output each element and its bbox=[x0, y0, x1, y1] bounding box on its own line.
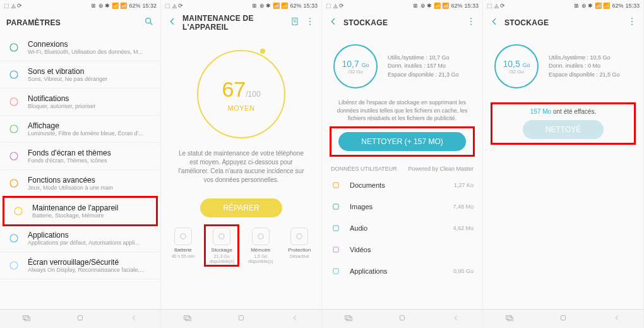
page-title: STOCKAGE bbox=[343, 18, 466, 27]
storage-gauge: 10,5 Go /32 Go bbox=[494, 44, 539, 88]
settings-item-icon bbox=[8, 95, 20, 108]
settings-item-icon bbox=[8, 150, 20, 162]
settings-item[interactable]: ConnexionsWi-Fi, Bluetooth, Utilisation … bbox=[0, 34, 160, 61]
settings-item[interactable]: Fonctions avancéesJeux, Mode Utilisation… bbox=[0, 170, 160, 197]
settings-item[interactable]: AffichageLuminosité, Filtre de lumière b… bbox=[0, 116, 160, 143]
settings-item-icon bbox=[8, 232, 20, 245]
clean-button[interactable]: NETTOYER (+ 157 MO) bbox=[338, 132, 465, 151]
storage-stats: Utilis./système : 10,7 GoDonn. inutiles … bbox=[388, 54, 459, 80]
user-data-item[interactable]: Audio 4,62 Mo bbox=[322, 217, 482, 239]
search-icon[interactable] bbox=[144, 16, 154, 29]
maintenance-tab[interactable]: Stockage 21,3 Go disponible(s) bbox=[204, 224, 239, 267]
recents-button[interactable] bbox=[505, 313, 514, 325]
svg-rect-37 bbox=[400, 315, 404, 320]
cleaned-message: 157 Mo ont été effacés. bbox=[499, 108, 628, 115]
storage-description: Libérez de l'espace de stockage en suppr… bbox=[322, 99, 482, 123]
svg-rect-30 bbox=[333, 183, 338, 188]
tab-icon bbox=[213, 228, 230, 245]
maintenance-description: Le statut de maintenance de votre téléph… bbox=[161, 142, 321, 192]
more-icon[interactable] bbox=[466, 16, 476, 29]
settings-item-icon bbox=[8, 123, 20, 135]
tab-label: Stockage bbox=[212, 247, 232, 253]
back-icon[interactable] bbox=[328, 16, 338, 29]
svg-point-19 bbox=[309, 24, 311, 25]
svg-point-3 bbox=[10, 71, 18, 78]
back-button[interactable] bbox=[129, 313, 138, 325]
status-right: 🗎 ⊕ ✱ 📶 📶 62% 15:32 bbox=[91, 3, 157, 9]
recents-button[interactable] bbox=[22, 313, 31, 325]
svg-point-27 bbox=[470, 18, 472, 19]
data-item-icon bbox=[331, 223, 341, 233]
back-icon[interactable] bbox=[489, 16, 499, 29]
settings-item-icon bbox=[8, 68, 20, 81]
more-icon[interactable] bbox=[627, 16, 637, 29]
svg-rect-34 bbox=[333, 269, 338, 274]
home-button[interactable] bbox=[237, 313, 246, 325]
svg-rect-13 bbox=[78, 315, 82, 320]
svg-point-4 bbox=[10, 98, 18, 106]
cleaned-button: NETTOYÉ bbox=[523, 120, 604, 139]
data-item-name: Vidéos bbox=[350, 246, 465, 253]
svg-rect-41 bbox=[506, 315, 511, 319]
settings-item[interactable]: Fonds d'écran et thèmesFonds d'écran, Th… bbox=[0, 143, 160, 170]
page-title: MAINTENANCE DE L'APPAREIL bbox=[182, 14, 290, 32]
user-data-item[interactable]: Applications 0,95 Go bbox=[322, 260, 482, 282]
more-icon[interactable] bbox=[305, 16, 315, 29]
back-button[interactable] bbox=[290, 313, 299, 325]
home-button[interactable] bbox=[76, 313, 85, 325]
recents-button[interactable] bbox=[344, 313, 353, 325]
user-data-item[interactable]: Images 7,48 Mo bbox=[322, 196, 482, 217]
score-status: MOYEN bbox=[228, 104, 255, 112]
storage-screen-before: ⬚ ◬ ⟳ 🗎 ⊕ ✱ 📶 📶 62% 15:33 STOCKAGE 10,7 … bbox=[322, 0, 483, 328]
recents-button[interactable] bbox=[183, 313, 192, 325]
back-button[interactable] bbox=[451, 313, 460, 325]
data-item-size: 4,62 Mo bbox=[453, 225, 474, 231]
maintenance-tab[interactable]: Batterie 40 h 55 min bbox=[165, 228, 201, 264]
settings-item[interactable]: Écran verrouillage/SécuritéAlways On Dis… bbox=[0, 252, 160, 279]
score-ring: 67/100 MOYEN bbox=[197, 50, 285, 138]
tab-icon bbox=[252, 228, 270, 245]
svg-rect-42 bbox=[508, 317, 513, 320]
doc-icon[interactable] bbox=[290, 16, 300, 29]
section-header: DONNÉES UTILISATEURPowered by Clean Mast… bbox=[322, 161, 482, 174]
data-item-icon bbox=[331, 245, 341, 255]
settings-item[interactable]: ApplicationsApplications par défaut, Aut… bbox=[0, 225, 160, 252]
user-data-item[interactable]: Vidéos bbox=[322, 239, 482, 260]
home-button[interactable] bbox=[398, 313, 407, 325]
data-item-size: 7,48 Mo bbox=[453, 203, 474, 210]
svg-point-9 bbox=[10, 234, 18, 242]
svg-line-1 bbox=[150, 23, 152, 25]
settings-item-sub: Applications par défaut, Autorisations a… bbox=[28, 240, 140, 246]
svg-point-18 bbox=[309, 21, 311, 22]
settings-item[interactable]: NotificationsBloquer, autoriser, prioris… bbox=[0, 88, 160, 116]
tab-label: Batterie bbox=[174, 247, 192, 253]
page-title: PARAMÈTRES bbox=[6, 18, 144, 27]
home-button[interactable] bbox=[559, 313, 568, 325]
back-icon[interactable] bbox=[167, 16, 177, 29]
maintenance-tab[interactable]: Mémoire 1,5 Go disponible(s) bbox=[243, 228, 278, 264]
user-data-item[interactable]: Documents 1,27 Ko bbox=[322, 174, 482, 196]
maintenance-tab[interactable]: Protection Désactivé bbox=[282, 228, 317, 264]
settings-item-title: Maintenance de l'appareil bbox=[32, 203, 118, 212]
svg-point-21 bbox=[219, 234, 224, 239]
settings-item-icon bbox=[8, 259, 20, 272]
settings-item-sub: Sons, Vibreur, Ne pas déranger bbox=[28, 76, 107, 82]
settings-item-title: Applications bbox=[28, 231, 140, 240]
data-item-icon bbox=[331, 266, 341, 276]
storage-screen-after: ⬚ ◬ ⟳ 🗎 ⊕ ✱ 📶 📶 62% 15:33 STOCKAGE 10,5 … bbox=[483, 0, 644, 328]
settings-item[interactable]: Sons et vibrationSons, Vibreur, Ne pas d… bbox=[0, 61, 160, 88]
repair-button[interactable]: RÉPARER bbox=[200, 198, 282, 217]
svg-rect-12 bbox=[25, 317, 30, 320]
svg-point-28 bbox=[470, 21, 472, 22]
back-button[interactable] bbox=[612, 313, 621, 325]
tab-icon bbox=[174, 228, 192, 245]
nav-bar bbox=[0, 309, 160, 328]
svg-rect-36 bbox=[347, 317, 352, 320]
svg-rect-25 bbox=[186, 317, 191, 320]
tab-sublabel: 1,5 Go disponible(s) bbox=[243, 254, 278, 264]
settings-item[interactable]: Maintenance de l'appareilBatterie, Stock… bbox=[3, 196, 158, 226]
svg-point-2 bbox=[10, 44, 18, 51]
storage-gauge: 10,7 Go /32 Go bbox=[333, 44, 378, 88]
svg-rect-35 bbox=[345, 315, 350, 319]
settings-item-title: Écran verrouillage/Sécurité bbox=[28, 258, 144, 267]
